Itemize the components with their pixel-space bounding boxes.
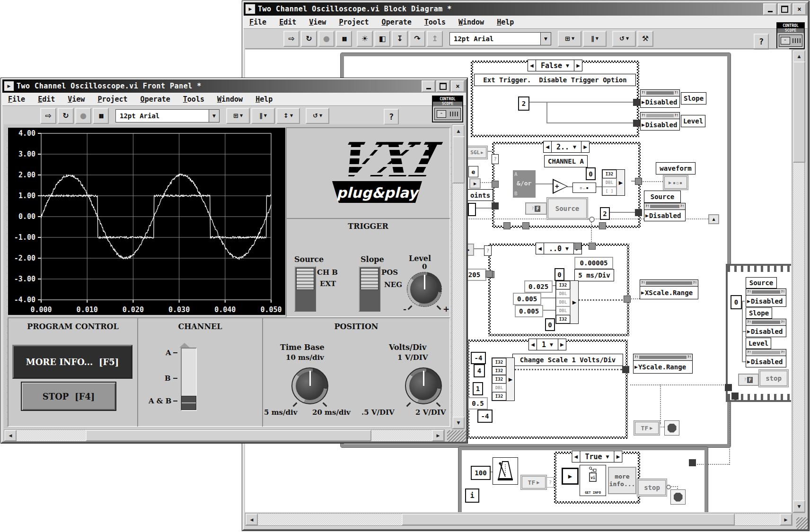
menu-operate[interactable]: Operate [382,18,412,26]
cleanup-diagram-button[interactable]: ⚒ [637,31,653,47]
and-or-select-node[interactable]: A &/or B [513,170,536,198]
sequence-structure-disable[interactable]: 0 Source ?!?! ▶Disabled Slope ?!?! ▶Disa… [726,264,791,402]
distribute-objects-dropdown[interactable]: ∥▼ [583,31,607,47]
distribute-objects-dropdown[interactable]: ∥▼ [251,108,275,124]
constant-zero-top[interactable]: 0 [555,268,564,281]
align-objects-dropdown[interactable]: ⊞▼ [226,108,250,124]
align-objects-dropdown[interactable]: ⊞▼ [558,31,581,47]
close-button[interactable]: × [451,80,465,92]
constant-increment[interactable]: 0.00005 [574,257,613,269]
case-selector-yscale[interactable]: ◀ 1▼ ▶ [528,339,566,350]
local-variable-tf-main[interactable]: TF▶ [635,422,659,434]
menu-tools[interactable]: Tools [183,95,204,104]
bundle-node-yscale[interactable]: I32 I32 I32 DBL I32 ▶ [492,358,515,401]
iteration-terminal[interactable]: i [465,488,479,503]
highlight-execution-button[interactable]: ☀ [357,31,373,47]
step-into-button[interactable]: ↧ [392,31,408,47]
seq-property-level-disabled[interactable]: ?!?! ▶Disabled [746,349,786,367]
case-structure-more-info[interactable]: ◀ True▼ ▶ ▶ vi GET INFO more info... [554,452,640,504]
block-diagram-titlebar[interactable]: ▶ Two Channel Oscilloscope.vi Block Diag… [244,2,808,16]
trigger-slope-switch[interactable] [359,266,380,312]
constant-neg4-a[interactable]: -4 [471,352,486,364]
step-over-button[interactable]: ↷ [409,31,425,47]
minimize-button[interactable] [763,3,777,15]
property-node-xscale-range[interactable]: ?!?! ▶XScale.Range [640,279,698,299]
property-node-source-disabled[interactable]: ?!?! ▶Disabled [644,203,686,221]
seq-property-slope-disabled[interactable]: ?!?! ▶Disabled [746,319,786,337]
run-continuous-button[interactable]: ↻ [58,108,74,124]
loop-condition-terminal-main[interactable] [664,420,679,436]
bundle-node-waveform[interactable]: I32 DBL [ ] ▶ [602,169,625,196]
property-node-level-disabled[interactable]: ?!?! ▶Disabled [640,112,680,131]
menu-operate[interactable]: Operate [141,95,170,104]
constant-0005b[interactable]: 0.005 [515,305,543,317]
local-variable-source[interactable]: Source [548,199,587,218]
trigger-level-knob[interactable] [407,272,442,307]
reorder-objects-dropdown[interactable]: ↺▼ [306,108,329,124]
seq-local-variable-stop[interactable]: stop [760,371,787,386]
case-structure-xscale[interactable]: ◀ ..0▼ ▶ 0.00005 5 ms/Div 0 0.025 0.005 … [488,244,629,336]
case-selector-trigger[interactable]: ◀ False▼ ▶ [528,60,582,71]
constant-0[interactable]: 0 [586,167,596,180]
case-selector-channel[interactable]: ◀ 2..▼ ▶ [543,141,590,153]
constant-neg4-b[interactable]: -4 [477,410,493,423]
constant-1[interactable]: 1 [473,382,483,395]
constant-4[interactable]: 4 [474,364,485,377]
context-help-button[interactable]: ? [754,34,769,50]
property-node-yscale-range[interactable]: ?!?! ▶YScale.Range [633,354,693,374]
boolean-false-constant[interactable]: ?F [525,202,547,215]
abort-button[interactable]: ● [318,31,335,47]
case-structure-yscale[interactable]: ◀ 1▼ ▶ Change Scale 1 Volts/Div -4 4 1 0… [467,340,628,439]
menu-edit[interactable]: Edit [38,95,55,104]
constant-0025[interactable]: 0.025 [524,280,553,293]
maximize-button[interactable] [778,3,792,15]
run-button[interactable]: ⇨ [40,108,56,124]
seq-property-source-disabled[interactable]: ?!?! ▶Disabled [746,288,786,307]
menu-window[interactable]: Window [458,18,484,26]
string-constant-more-info[interactable]: more info... [608,467,636,494]
menu-help[interactable]: Help [497,18,514,26]
case-structure-trigger[interactable]: ◀ False▼ ▶ Ext Trigger. Disable Trigger … [471,61,639,137]
retain-wire-values-button[interactable]: ◧ [374,31,390,47]
trigger-source-switch[interactable] [294,266,316,312]
menu-project[interactable]: Project [97,95,127,104]
bd-vertical-scrollbar[interactable]: ▲ ▼ [792,50,805,513]
constant-05[interactable]: 0.5 [468,397,488,410]
time-base-knob[interactable] [291,367,328,404]
menu-file[interactable]: File [249,18,266,26]
bd-resize-grip[interactable] [796,517,808,529]
stop-button[interactable]: STOP [F4] [21,382,116,411]
get-info-vi-icon[interactable]: vi GET INFO [580,465,606,496]
step-out-button[interactable]: ↥ [427,31,443,47]
menu-window[interactable]: Window [217,95,243,104]
maximize-button[interactable] [436,80,450,92]
partial-terminal-arrow-1[interactable]: ▶ [469,178,481,189]
local-variable-stop-timing[interactable]: stop [638,480,666,495]
constant-100[interactable]: 100 [471,466,491,480]
vi-icon-badge[interactable]: CONTROL SCOPE ⌁ [432,96,463,122]
bd-horizontal-scrollbar[interactable]: ◀ ▶ [245,513,792,526]
case-selector-more-info[interactable]: ◀ True▼ ▶ [572,451,622,462]
menu-edit[interactable]: Edit [279,18,296,26]
context-help-button[interactable]: ? [384,109,399,125]
menu-view[interactable]: View [68,95,85,104]
menu-project[interactable]: Project [339,18,369,26]
constant-0005a[interactable]: 0.005 [513,293,541,305]
fp-horizontal-scrollbar[interactable]: ◀ ▶ [4,429,445,442]
more-info-button[interactable]: MORE INFO... [F5] [12,345,132,379]
fp-vertical-scrollbar[interactable]: ▲ ▼ [452,124,464,429]
waveform-graph[interactable]: 4.003.002.001.000.00-1.00-2.00-3.00-4.00… [8,127,286,315]
font-selector[interactable]: 12pt Arial ▼ [449,32,551,45]
menu-view[interactable]: View [309,18,326,26]
waveform-indicator-terminal[interactable]: ▶▪▫▪ [664,176,687,189]
add-node[interactable]: + [553,179,568,194]
property-node-slope-disabled[interactable]: ?!?! ▶Disabled [640,89,680,108]
pause-button[interactable]: ▮▮ [93,108,109,124]
loop-condition-terminal-timing[interactable] [670,489,686,505]
partial-terminal-sgl[interactable]: SGL▶ [467,147,486,158]
wait-ms-metronome-icon[interactable] [493,457,518,485]
minimize-button[interactable] [422,80,435,92]
local-variable-tf-timing[interactable]: TF▶ [522,476,546,488]
run-continuous-button[interactable]: ↻ [301,31,317,47]
menu-file[interactable]: File [8,95,25,104]
